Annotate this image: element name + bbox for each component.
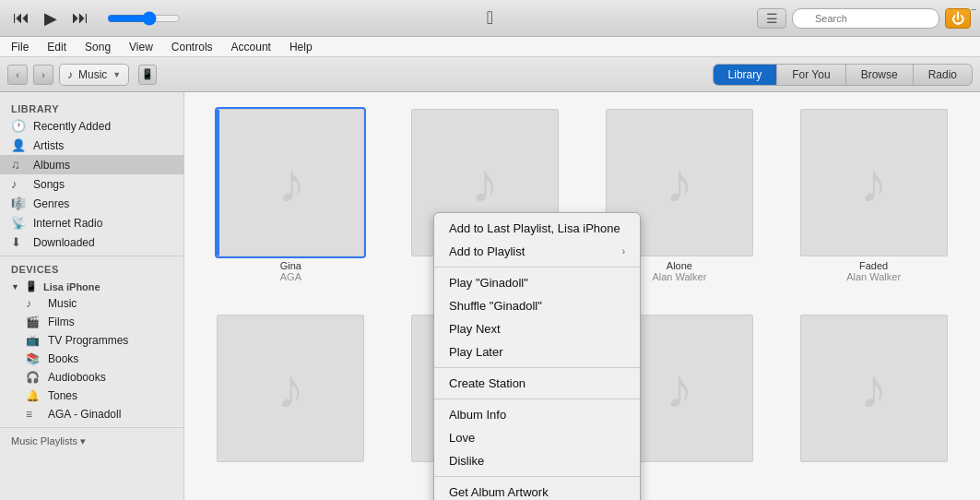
icon-aga-ginadoll: ≡ xyxy=(26,408,41,421)
sidebar-devices-header: Devices xyxy=(0,260,183,277)
sidebar-item-internet-radio[interactable]: 📡Internet Radio xyxy=(0,213,183,232)
music-playlists-footer[interactable]: Music Playlists ▾ xyxy=(0,432,183,451)
menu-item-view[interactable]: View xyxy=(125,39,157,55)
ctx-item-create-station[interactable]: Create Station xyxy=(434,372,640,395)
icon-music: ♪ xyxy=(26,297,41,310)
transport-controls: ⏮ ▶ ⏭ xyxy=(9,6,181,30)
album-art-5: ♪ xyxy=(217,315,364,462)
label-music: Music xyxy=(48,297,77,310)
sidebar-sub-item-books[interactable]: 📚Books xyxy=(0,350,183,368)
album-artist-4: Alan Walker xyxy=(846,271,901,282)
sidebar-item-songs[interactable]: ♪Songs xyxy=(0,174,183,194)
menu-item-edit[interactable]: Edit xyxy=(43,39,70,55)
nav-forward-button[interactable]: › xyxy=(33,65,53,85)
ctx-item-add-to-playlist[interactable]: Add to Playlist› xyxy=(434,240,640,263)
ctx-label-play-next: Play Next xyxy=(449,322,501,336)
sidebar-item-genres[interactable]: 🎼Genres xyxy=(0,194,183,213)
menu-item-song[interactable]: Song xyxy=(81,39,114,55)
label-books: Books xyxy=(48,352,78,365)
menu-item-help[interactable]: Help xyxy=(286,39,316,55)
label-tv-programmes: TV Programmes xyxy=(48,334,128,347)
ctx-separator-5 xyxy=(434,367,640,368)
menu-item-file[interactable]: File xyxy=(7,39,32,55)
sidebar-sub-item-films[interactable]: 🎬Films xyxy=(0,313,183,331)
nav-tabs: LibraryFor YouBrowseRadio xyxy=(713,64,973,86)
album-art-4: ♪ xyxy=(800,109,948,256)
menu-item-account[interactable]: Account xyxy=(228,39,275,55)
sidebar-item-artists[interactable]: 👤Artists xyxy=(0,136,183,155)
icon-artists: 👤 xyxy=(11,138,26,152)
album-cell-8[interactable]: ♪ xyxy=(776,307,971,491)
nav-tab-library[interactable]: Library xyxy=(714,65,778,85)
sidebar: Library🕐Recently Added👤Artists♫Albums♪So… xyxy=(0,92,184,500)
ctx-label-create-station: Create Station xyxy=(449,376,525,390)
ctx-label-dislike: Dislike xyxy=(449,454,484,468)
sidebar-sub-item-music[interactable]: ♪Music xyxy=(0,294,183,313)
menu-item-controls[interactable]: Controls xyxy=(168,39,217,55)
ctx-item-album-info[interactable]: Album Info xyxy=(434,403,640,426)
account-button[interactable]: ⏻ xyxy=(945,8,971,29)
search-input[interactable] xyxy=(792,8,939,29)
label-internet-radio: Internet Radio xyxy=(33,217,102,230)
context-menu: Add to Last Playlist, Lisa iPhoneAdd to … xyxy=(433,212,641,500)
nav-tab-browse[interactable]: Browse xyxy=(846,65,914,85)
sidebar-item-downloaded[interactable]: ⬇Downloaded xyxy=(0,232,183,252)
label-artists: Artists xyxy=(33,139,64,152)
ctx-item-get-album-artwork[interactable]: Get Album Artwork xyxy=(434,481,640,500)
album-artist-3: Alan Walker xyxy=(652,271,706,282)
label-films: Films xyxy=(48,315,75,328)
ctx-label-play-later: Play Later xyxy=(449,345,503,359)
icon-internet-radio: 📡 xyxy=(11,216,26,230)
album-title-3: Alone xyxy=(667,260,692,271)
sidebar-sub-item-tones[interactable]: 🔔Tones xyxy=(0,387,183,405)
album-cell-5[interactable]: ♪ xyxy=(194,307,388,491)
album-cell-1[interactable]: ♪GinaAGA xyxy=(194,101,388,307)
fastforward-button[interactable]: ⏭ xyxy=(68,6,92,30)
icon-recently-added: 🕐 xyxy=(11,119,26,133)
device-icon-button[interactable]: 📱 xyxy=(138,65,157,85)
icon-books: 📚 xyxy=(26,352,41,365)
menu-bar: FileEditSongViewControlsAccountHelp xyxy=(0,37,980,57)
ctx-item-shuffle-ginadoll[interactable]: Shuffle "Ginadoll" xyxy=(434,294,640,317)
ctx-label-shuffle-ginadoll: Shuffle "Ginadoll" xyxy=(449,299,542,313)
ctx-item-play-next[interactable]: Play Next xyxy=(434,317,640,340)
album-cell-4[interactable]: ♪FadedAlan Walker xyxy=(776,101,971,307)
minimize-button[interactable]: – xyxy=(971,4,976,14)
search-container: 🔍 xyxy=(792,8,939,29)
sidebar-item-albums[interactable]: ♫Albums xyxy=(0,155,183,174)
play-button[interactable]: ▶ xyxy=(41,6,61,30)
nav-back-button[interactable]: ‹ xyxy=(7,65,28,85)
icon-films: 🎬 xyxy=(26,315,41,328)
device-name-label: Lisa iPhone xyxy=(43,281,100,292)
ctx-label-album-info: Album Info xyxy=(449,408,506,422)
label-albums: Albums xyxy=(33,159,70,172)
ctx-label-add-to-playlist: Add to Playlist xyxy=(449,244,525,258)
icon-genres: 🎼 xyxy=(11,196,26,210)
label-audiobooks: Audiobooks xyxy=(48,371,106,384)
source-selector[interactable]: ♪ Music ▼ xyxy=(59,64,129,86)
ctx-label-get-album-artwork: Get Album Artwork xyxy=(449,485,549,499)
label-songs: Songs xyxy=(33,178,65,191)
ctx-label-love: Love xyxy=(449,431,475,445)
sidebar-sub-item-audiobooks[interactable]: 🎧Audiobooks xyxy=(0,368,183,387)
main-layout: Library🕐Recently Added👤Artists♫Albums♪So… xyxy=(0,92,980,500)
sidebar-sub-item-tv-programmes[interactable]: 📺TV Programmes xyxy=(0,331,183,350)
sidebar-item-recently-added[interactable]: 🕐Recently Added xyxy=(0,116,183,136)
list-view-button[interactable]: ☰ xyxy=(757,8,786,29)
nav-tab-for-you[interactable]: For You xyxy=(777,65,845,85)
ctx-item-love[interactable]: Love xyxy=(434,426,640,449)
ctx-label-add-to-last-playlist: Add to Last Playlist, Lisa iPhone xyxy=(449,221,620,235)
music-note-icon: ♪ xyxy=(666,151,693,215)
ctx-item-dislike[interactable]: Dislike xyxy=(434,449,640,472)
sidebar-sub-item-aga-ginadoll[interactable]: ≡AGA - Ginadoll xyxy=(0,405,183,423)
ctx-separator-6 xyxy=(434,399,640,399)
ctx-item-play-ginadoll[interactable]: Play "Ginadoll" xyxy=(434,271,640,294)
rewind-button[interactable]: ⏮ xyxy=(9,6,33,30)
ctx-item-add-to-last-playlist[interactable]: Add to Last Playlist, Lisa iPhone xyxy=(434,217,640,240)
label-genres: Genres xyxy=(33,197,69,210)
volume-slider[interactable] xyxy=(107,11,181,26)
ctx-item-play-later[interactable]: Play Later xyxy=(434,340,640,363)
sidebar-device-lisa-iphone[interactable]: ▼📱Lisa iPhone xyxy=(0,277,183,294)
music-note-icon: ♪ xyxy=(277,151,305,215)
nav-tab-radio[interactable]: Radio xyxy=(914,65,972,85)
